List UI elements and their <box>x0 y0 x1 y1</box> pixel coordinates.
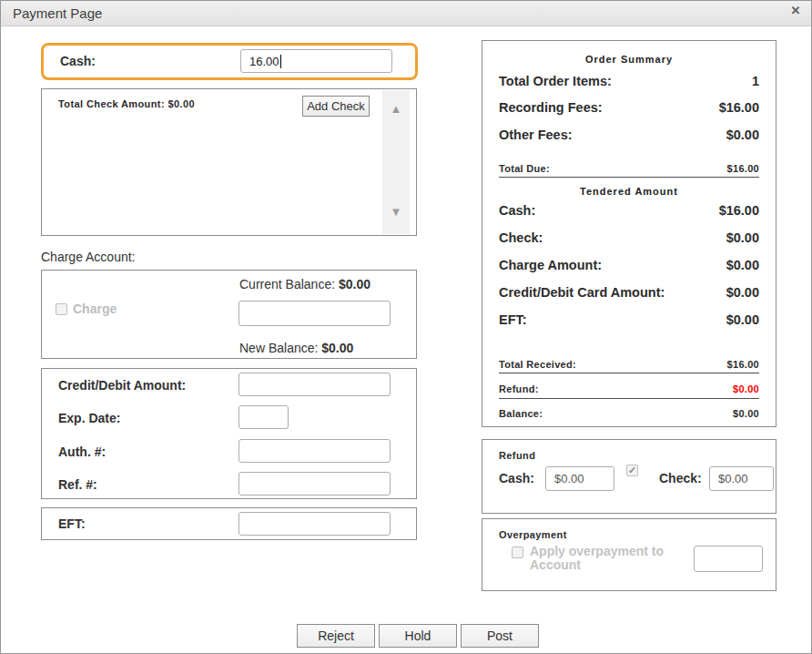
reject-button[interactable]: Reject <box>297 624 375 648</box>
add-check-button[interactable]: Add Check <box>302 96 370 117</box>
page-title: Payment Page <box>13 5 102 21</box>
row-value: $0.00 <box>726 258 759 272</box>
row-label: Credit/Debit Card Amount: <box>499 285 665 300</box>
summary-row-other-fees: Other Fees: $0.00 <box>499 128 759 142</box>
current-balance: Current Balance: $0.00 <box>239 277 370 291</box>
divider <box>499 398 759 399</box>
row-value: $0.00 <box>733 408 759 419</box>
checkmark-icon: ✓ <box>628 465 636 475</box>
auth-number-input[interactable] <box>239 439 391 463</box>
row-label: Balance: <box>499 408 543 419</box>
eft-label: EFT: <box>58 516 86 531</box>
tendered-row-credit-debit-card-amount: Credit/Debit Card Amount: $0.00 <box>499 285 759 300</box>
row-value: $0.00 <box>733 383 759 394</box>
overpayment-panel-title: Overpayment <box>499 529 567 540</box>
refund-panel: Refund Cash: $0.00 ✓ Check: $0.00 <box>482 439 776 514</box>
scrollbar[interactable]: ▲ ▼ <box>382 90 410 234</box>
summary-row-total-received: Total Received: $16.00 <box>499 359 759 370</box>
ref-number-input[interactable] <box>239 472 391 496</box>
order-summary-panel: Order Summary Total Order Items: 1 Recor… <box>482 40 776 427</box>
current-balance-value: $0.00 <box>339 277 370 291</box>
close-icon[interactable]: ✕ <box>788 4 803 18</box>
summary-row-total-order-items: Total Order Items: 1 <box>499 74 759 88</box>
cash-label: Cash: <box>60 54 96 68</box>
refund-panel-title: Refund <box>499 450 535 461</box>
tendered-amount-title: Tendered Amount <box>482 186 776 197</box>
cash-field-highlight: Cash: 16.00 <box>41 43 418 80</box>
eft-input[interactable] <box>239 512 391 536</box>
charge-checkbox[interactable] <box>56 303 67 315</box>
refund-check-label: Check: <box>659 471 702 485</box>
row-label: Charge Amount: <box>499 258 602 272</box>
cash-input-value: 16.00 <box>249 55 279 68</box>
summary-row-balance: Balance: $0.00 <box>499 408 759 419</box>
new-balance-value: $0.00 <box>321 341 353 355</box>
charge-account-panel: Current Balance: $0.00 Charge New Balanc… <box>41 270 417 359</box>
auth-number-label: Auth. #: <box>58 445 106 459</box>
row-label: Total Order Items: <box>499 74 612 88</box>
refund-cash-input[interactable]: $0.00 <box>545 466 614 491</box>
current-balance-label: Current Balance: <box>239 277 335 291</box>
row-value: $16.00 <box>727 359 759 370</box>
exp-date-label: Exp. Date: <box>58 411 120 425</box>
row-value: $16.00 <box>719 100 759 115</box>
new-balance: New Balance: $0.00 <box>239 341 353 355</box>
tendered-row-check: Check: $0.00 <box>499 230 759 245</box>
apply-overpayment-checkbox[interactable] <box>512 547 523 558</box>
row-label: Other Fees: <box>499 128 573 142</box>
refund-cash-label: Cash: <box>499 471 534 485</box>
hold-button[interactable]: Hold <box>379 624 457 648</box>
summary-row-recording-fees: Recording Fees: $16.00 <box>499 100 759 115</box>
charge-amount-input[interactable] <box>239 301 391 326</box>
title-bar: Payment Page <box>1 1 811 26</box>
ref-number-label: Ref. #: <box>58 477 97 492</box>
row-label: Check: <box>499 230 543 245</box>
refund-check-input[interactable]: $0.00 <box>709 466 774 491</box>
row-value: 1 <box>752 74 759 88</box>
row-value: $16.00 <box>719 203 759 218</box>
credit-debit-amount-input[interactable] <box>239 373 391 396</box>
row-label: EFT: <box>499 312 527 327</box>
row-label: Total Due: <box>499 163 550 174</box>
row-label: Total Received: <box>499 359 576 370</box>
exp-date-input[interactable] <box>239 405 289 429</box>
row-label: Recording Fees: <box>499 100 603 115</box>
tendered-row-eft: EFT: $0.00 <box>499 312 759 327</box>
overpayment-panel: Overpayment Apply overpayment to Account <box>482 518 776 591</box>
divider <box>499 373 759 373</box>
scroll-down-icon[interactable]: ▼ <box>382 206 410 218</box>
post-button[interactable]: Post <box>461 624 539 648</box>
divider <box>499 177 759 178</box>
credit-debit-amount-label: Credit/Debit Amount: <box>58 378 186 393</box>
refund-cash-value: $0.00 <box>554 472 584 485</box>
payment-page-dialog: Payment Page ✕ Cash: 16.00 Total Check A… <box>0 0 812 654</box>
row-value: $0.00 <box>726 128 759 142</box>
row-value: $16.00 <box>727 163 759 174</box>
tendered-row-cash: Cash: $16.00 <box>499 203 759 218</box>
row-value: $0.00 <box>726 285 759 300</box>
row-label: Cash: <box>499 203 535 218</box>
total-check-amount-label: Total Check Amount: $0.00 <box>58 98 195 109</box>
tendered-row-charge-amount: Charge Amount: $0.00 <box>499 258 759 272</box>
new-balance-label: New Balance: <box>239 341 318 355</box>
text-caret <box>280 55 281 68</box>
scroll-up-icon[interactable]: ▲ <box>382 103 410 115</box>
charge-checkbox-label: Charge <box>73 301 117 316</box>
overpayment-amount-input[interactable] <box>694 546 763 572</box>
refund-check-value: $0.00 <box>718 472 748 485</box>
summary-row-refund: Refund: $0.00 <box>499 383 759 394</box>
refund-checkbox[interactable]: ✓ <box>626 465 638 476</box>
row-value: $0.00 <box>726 230 759 245</box>
row-value: $0.00 <box>726 312 759 327</box>
order-summary-title: Order Summary <box>482 54 776 65</box>
credit-debit-panel: Credit/Debit Amount: Exp. Date: Auth. #:… <box>41 368 417 499</box>
eft-panel: EFT: <box>41 507 417 540</box>
charge-account-heading: Charge Account: <box>41 250 136 264</box>
check-list-panel: Total Check Amount: $0.00 Add Check ▲ ▼ <box>41 88 417 236</box>
summary-row-total-due: Total Due: $16.00 <box>499 163 759 174</box>
apply-overpayment-label: Apply overpayment to Account <box>530 545 680 572</box>
row-label: Refund: <box>499 383 539 394</box>
cash-input[interactable]: 16.00 <box>240 49 392 73</box>
